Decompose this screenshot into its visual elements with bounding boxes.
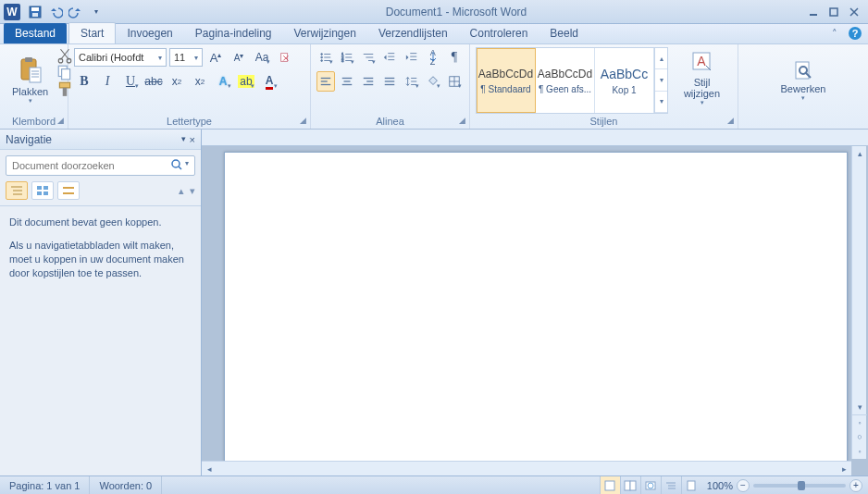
highlight-button[interactable]: ab▾ [236,71,256,92]
show-marks-button[interactable]: ¶ [445,47,464,68]
scroll-track[interactable] [852,161,866,400]
search-dropdown-icon[interactable]: ▾ [185,159,189,172]
maximize-button[interactable] [825,6,842,19]
view-print-layout[interactable] [600,476,620,494]
zoom-thumb[interactable] [798,481,805,490]
editing-button[interactable]: Bewerken ▾ [775,56,833,105]
svg-rect-74 [605,481,614,490]
document-page[interactable] [224,152,848,475]
close-button[interactable] [846,6,862,19]
svg-point-20 [321,54,323,56]
font-dialog-launcher[interactable]: ◢ [297,115,308,126]
subscript-button[interactable]: x2 [167,71,187,92]
view-outline[interactable] [661,476,681,494]
hscroll-track[interactable] [217,462,837,475]
nav-close-icon[interactable]: × [190,134,195,145]
tab-file[interactable]: Bestand [4,23,67,43]
status-words[interactable]: Woorden: 0 [90,476,162,494]
shrink-font-button[interactable]: A▾ [229,47,249,68]
italic-button[interactable]: I [97,71,118,92]
increase-indent-button[interactable] [403,47,421,68]
style-standaard[interactable]: AaBbCcDd ¶ Standaard [477,48,536,113]
browse-object-icon[interactable]: ○ [852,429,867,444]
style-geen-afstand[interactable]: AaBbCcDd ¶ Geen afs... [536,48,595,113]
gallery-more-icon[interactable]: ▾ [655,92,667,113]
font-color-button[interactable]: A▾ [259,71,279,92]
tab-insert[interactable]: Invoegen [116,23,183,43]
tab-mailings[interactable]: Verzendlijsten [367,23,459,43]
line-spacing-button[interactable]: ▾ [403,71,421,92]
redo-icon[interactable] [68,5,83,19]
grow-font-button[interactable]: A▴ [205,47,226,68]
style-kop-1[interactable]: AaBbCc Kop 1 [595,48,654,113]
nav-next-icon[interactable]: ▾ [190,185,195,197]
group-font: Calibri (Hoofdt▾ 11▾ A▴ A▾ Aa▾ B I U▾ ab… [68,44,311,129]
horizontal-scrollbar[interactable]: ◂ ▸ [202,461,851,475]
clear-formatting-button[interactable] [275,47,295,68]
clipboard-dialog-launcher[interactable]: ◢ [55,115,66,126]
tab-review[interactable]: Controleren [459,23,539,43]
minimize-ribbon-icon[interactable]: ˄ [827,26,842,41]
decrease-indent-button[interactable] [380,47,399,68]
nav-search-input[interactable] [12,160,171,171]
status-page[interactable]: Pagina: 1 van 1 [0,476,90,494]
strikethrough-button[interactable]: abc [143,71,164,92]
tab-view[interactable]: Beeld [539,23,589,43]
scroll-up-icon[interactable]: ▴ [852,146,867,161]
nav-tab-pages[interactable] [31,181,54,200]
view-full-screen[interactable] [620,476,640,494]
font-name-combo[interactable]: Calibri (Hoofdt▾ [74,48,167,67]
zoom-controls: 100% − + [701,479,868,492]
superscript-button[interactable]: x2 [190,71,210,92]
scroll-down-icon[interactable]: ▾ [852,400,867,414]
tab-home[interactable]: Start [68,22,116,43]
change-styles-button[interactable]: A Stijl wijzigen ▾ [672,47,732,114]
borders-button[interactable]: ▾ [445,71,464,92]
bold-button[interactable]: B [74,71,94,92]
multilevel-list-button[interactable]: ▾ [359,47,378,68]
paste-button[interactable]: Plakken ▾ [6,47,55,114]
search-icon[interactable] [171,159,182,172]
zoom-level[interactable]: 100% [707,480,733,491]
minimize-button[interactable] [805,6,822,19]
numbering-button[interactable]: 123▾ [338,47,356,68]
nav-prev-icon[interactable]: ▴ [179,185,184,197]
prev-page-icon[interactable]: ◦ [852,414,867,429]
bullets-button[interactable]: ▾ [316,47,335,68]
font-size-combo[interactable]: 11▾ [169,48,203,67]
nav-tab-results[interactable] [57,181,80,200]
zoom-in-button[interactable]: + [849,479,862,492]
justify-button[interactable] [380,71,399,92]
next-page-icon[interactable]: ◦ [852,444,867,459]
nav-menu-icon[interactable]: ▾ [181,134,186,145]
tab-references[interactable]: Verwijzingen [283,23,367,43]
view-draft[interactable] [681,476,701,494]
align-left-button[interactable] [316,71,335,92]
view-web-layout[interactable] [640,476,661,494]
vertical-scrollbar[interactable]: ▴ ▾ ◦ ○ ◦ [851,146,866,459]
text-effects-button[interactable]: A▾ [213,71,233,92]
gallery-up-icon[interactable]: ▴ [655,48,667,69]
nav-search-box[interactable]: ▾ [6,155,195,176]
shading-button[interactable]: ▾ [424,71,442,92]
align-center-button[interactable] [338,71,356,92]
nav-tab-headings[interactable] [6,181,28,200]
save-icon[interactable] [28,5,43,19]
help-icon[interactable]: ? [848,26,862,41]
scroll-left-icon[interactable]: ◂ [202,462,217,475]
sort-button[interactable]: AZ [424,47,442,68]
undo-icon[interactable] [48,5,63,19]
underline-button[interactable]: U▾ [120,71,141,92]
align-right-button[interactable] [359,71,378,92]
paragraph-dialog-launcher[interactable]: ◢ [456,115,467,126]
gallery-down-icon[interactable]: ▾ [655,69,667,91]
tab-page-layout[interactable]: Pagina-indeling [184,23,283,43]
zoom-out-button[interactable]: − [737,479,750,492]
styles-dialog-launcher[interactable]: ◢ [725,115,736,126]
group-clipboard-label: Klembord [6,114,62,129]
zoom-slider[interactable] [753,484,846,488]
horizontal-ruler[interactable] [202,130,868,146]
scroll-right-icon[interactable]: ▸ [837,462,851,475]
change-case-button[interactable]: Aa▾ [252,47,272,68]
qat-customize-icon[interactable]: ▾ [89,5,104,19]
